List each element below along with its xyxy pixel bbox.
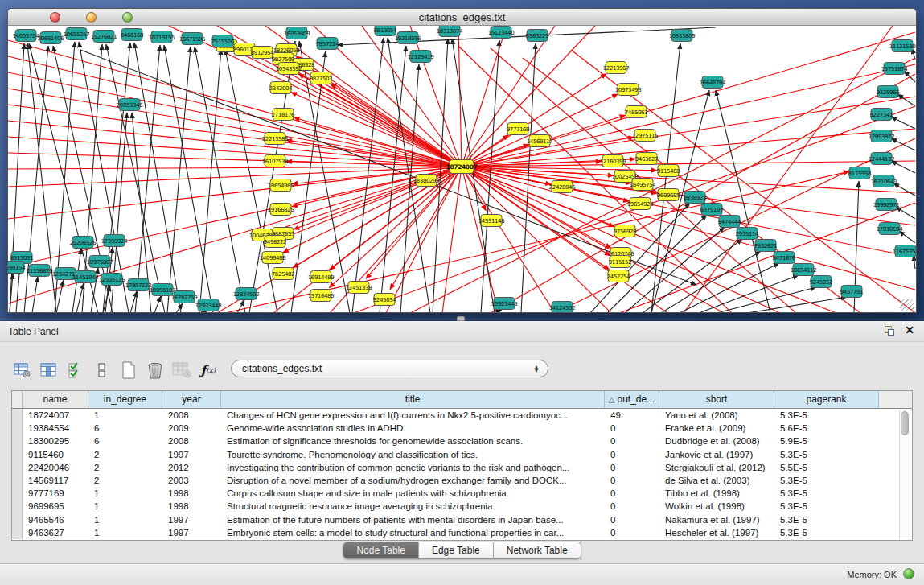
table-row[interactable]: 1456911722003Disruption of a novel membe…	[12, 474, 912, 487]
black-edge[interactable]	[904, 71, 915, 82]
cell-in_degree[interactable]: 1	[88, 500, 162, 513]
cell-pagerank[interactable]: 5.3E-5	[774, 513, 879, 526]
graph-node[interactable]: 18313074	[437, 26, 463, 37]
cell-short[interactable]: Yano et al. (2008)	[659, 409, 774, 422]
graph-node[interactable]: 9457791	[840, 286, 863, 298]
cell-in_degree[interactable]: 1	[88, 526, 162, 539]
cell-out_de[interactable]: 0	[605, 500, 659, 513]
red-edge[interactable]	[8, 137, 462, 167]
black-edge[interactable]	[896, 207, 915, 219]
show-columns-icon[interactable]	[38, 360, 60, 381]
cell-year[interactable]: 2012	[162, 461, 221, 474]
table-row[interactable]: 946554611997Estimation of the future num…	[12, 513, 912, 526]
table-row[interactable]: 1830029562008Estimation of significance …	[12, 435, 912, 447]
black-edge[interactable]	[56, 280, 64, 312]
graph-node[interactable]: 17957223	[125, 279, 151, 291]
red-edge[interactable]	[8, 167, 462, 267]
cell-year[interactable]: 1997	[162, 513, 221, 526]
graph-node[interactable]: 9245052	[810, 276, 832, 288]
graph-node[interactable]: 7857224	[316, 38, 339, 50]
black-edge[interactable]	[154, 296, 161, 312]
graph-node[interactable]: 1399154	[8, 262, 26, 274]
graph-node[interactable]: 6379197	[700, 204, 723, 216]
column-header-short[interactable]: short	[659, 391, 774, 408]
cell-year[interactable]: 1998	[162, 487, 221, 500]
network-canvas[interactable]: 7663822896012589129541822605898275098186…	[8, 26, 916, 312]
graph-node[interactable]: 9474444	[718, 216, 741, 228]
scrollbar-thumb[interactable]	[901, 411, 909, 435]
cell-in_degree[interactable]: 6	[88, 435, 162, 447]
close-panel-icon[interactable]: ✕	[905, 323, 914, 336]
graph-node[interactable]: 11121530	[889, 40, 915, 52]
cell-year[interactable]: 2008	[162, 409, 221, 422]
cell-year[interactable]: 1998	[162, 500, 221, 513]
table-row[interactable]: 2242004622012Investigating the contribut…	[12, 461, 912, 474]
cell-in_degree[interactable]: 1	[88, 409, 162, 422]
cell-short[interactable]: Hescheler et al. (1997)	[659, 526, 774, 539]
cell-out_de[interactable]: 0	[605, 526, 659, 539]
cell-in_degree[interactable]: 2	[88, 474, 162, 487]
cell-title[interactable]: Estimation of significance thresholds fo…	[221, 435, 605, 447]
function-builder-icon[interactable]: ƒ(x)	[197, 360, 220, 381]
cell-short[interactable]: Jankovic et al. (1997)	[659, 448, 774, 461]
graph-node-selected[interactable]: 14569117	[527, 135, 552, 147]
graph-node[interactable]: 15751874	[881, 63, 908, 75]
red-edge[interactable]	[462, 74, 606, 167]
graph-node[interactable]: 10654112	[791, 264, 816, 276]
graph-node[interactable]: 14055724	[13, 30, 39, 42]
graph-node-selected[interactable]: 9756928	[614, 225, 636, 237]
graph-node-selected[interactable]: 18495754	[630, 179, 656, 191]
graph-node[interactable]: 16782759	[171, 291, 197, 303]
cell-year[interactable]: 1997	[162, 526, 221, 539]
graph-node-selected[interactable]: 12975115	[632, 130, 658, 142]
tab-network-table[interactable]: Network Table	[494, 542, 581, 558]
memory-status-indicator[interactable]	[903, 568, 914, 579]
node-table[interactable]: namein_degreeyeartitle△out_de...shortpag…	[11, 390, 913, 541]
graph-node-selected[interactable]: 9498222	[264, 236, 286, 248]
graph-node-selected[interactable]: 10543392	[276, 63, 302, 75]
column-header-title[interactable]: title	[221, 391, 605, 408]
graph-node-selected[interactable]: 9777169	[507, 123, 529, 135]
table-vertical-scrollbar[interactable]	[899, 410, 910, 539]
black-edge[interactable]	[237, 300, 244, 312]
cell-name[interactable]: 9777169	[23, 487, 88, 500]
cell-pagerank[interactable]: 5.3E-5	[774, 526, 879, 539]
row-height-icon[interactable]	[91, 360, 113, 381]
tab-edge-table[interactable]: Edge Table	[419, 542, 494, 558]
cell-in_degree[interactable]: 1	[88, 487, 162, 500]
cell-short[interactable]: de Silva et al. (2003)	[659, 474, 774, 487]
graph-node[interactable]: 15123440	[488, 27, 514, 39]
cell-title[interactable]: Tourette syndrome. Phenomenology and cla…	[221, 448, 605, 461]
network-window-titlebar[interactable]: citations_edges.txt	[8, 9, 916, 26]
cell-pagerank[interactable]: 5.3E-5	[774, 409, 879, 422]
graph-node-selected[interactable]: 22420046	[549, 181, 576, 193]
table-selector-dropdown[interactable]: citations_edges.txt ▲▼	[231, 360, 548, 377]
graph-node-selected[interactable]: 18300295	[413, 175, 439, 187]
black-edge[interactable]	[452, 39, 495, 312]
cell-in_degree[interactable]: 1	[88, 513, 162, 526]
cell-title[interactable]: Estimation of the future numbers of pati…	[221, 513, 605, 526]
cell-pagerank[interactable]: 5.3E-5	[774, 474, 879, 487]
cell-pagerank[interactable]: 5.6E-5	[774, 422, 879, 435]
black-edge[interactable]	[164, 45, 213, 312]
cell-short[interactable]: Nakamura et al. (1997)	[659, 513, 774, 526]
select-rows-icon[interactable]	[64, 360, 87, 381]
graph-node-selected[interactable]: 12160399	[600, 155, 626, 167]
cell-title[interactable]: Genome-wide association studies in ADHD.	[221, 422, 605, 435]
graph-node[interactable]: 12923448	[195, 299, 221, 311]
tab-node-table[interactable]: Node Table	[343, 542, 419, 558]
graph-node-selected[interactable]: 2452254	[607, 270, 630, 282]
graph-node[interactable]: 10719155	[149, 31, 175, 43]
window-resize-grip[interactable]	[900, 299, 914, 311]
black-edge[interactable]	[134, 43, 181, 312]
cell-short[interactable]: Dudbridge et al. (2008)	[659, 435, 774, 447]
graph-node-selected[interactable]: 9827503	[310, 72, 332, 84]
graph-node[interactable]: 14124502	[549, 302, 575, 313]
table-options-icon[interactable]	[11, 360, 34, 381]
graph-node[interactable]: 19218596	[395, 32, 421, 44]
cell-pagerank[interactable]: 5.3E-5	[774, 448, 879, 461]
cell-short[interactable]: Wolkin et al. (1998)	[659, 500, 774, 513]
cell-year[interactable]: 2008	[162, 435, 221, 447]
graph-node-selected[interactable]: 7625402	[272, 268, 294, 280]
graph-node-selected[interactable]: 12451338	[346, 282, 372, 294]
